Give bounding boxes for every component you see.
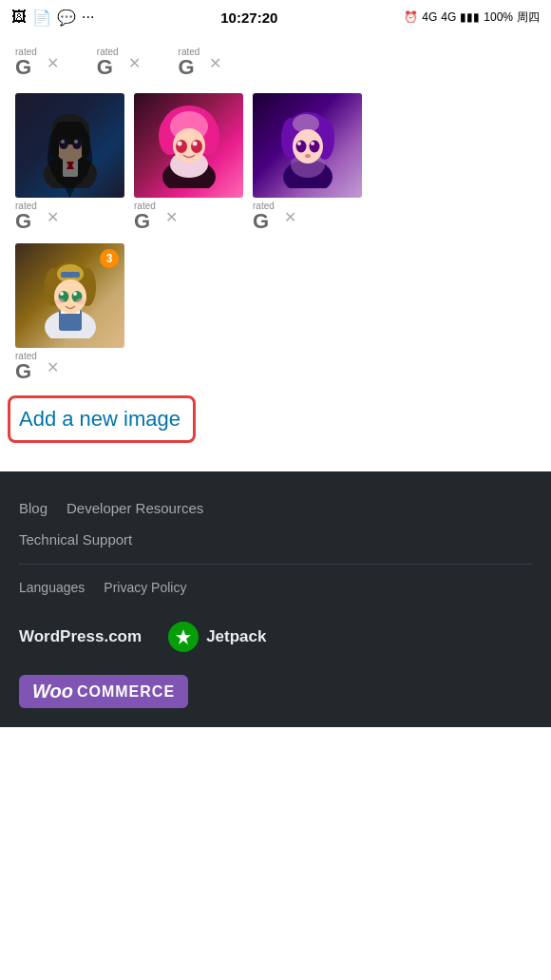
svg-marker-2 — [66, 162, 74, 169]
svg-point-19 — [191, 140, 202, 153]
footer-blog-link[interactable]: Blog — [19, 500, 48, 516]
anime-art-3 — [253, 93, 362, 198]
svg-point-18 — [176, 140, 187, 153]
rated-row-1: rated G ✕ — [15, 202, 59, 232]
image-thumb-3[interactable] — [253, 93, 362, 198]
remove-image-button[interactable]: ✕ — [47, 208, 59, 226]
anime-art-1 — [15, 93, 124, 198]
signal-4g: 4G — [422, 10, 437, 24]
svg-point-48 — [76, 298, 86, 304]
rated-row-2: rated G ✕ — [134, 202, 178, 232]
jetpack-label: Jetpack — [206, 627, 266, 646]
rating-g: G — [253, 211, 275, 232]
svg-marker-49 — [176, 629, 191, 644]
rated-row-3: rated G ✕ — [253, 202, 296, 232]
woocommerce-badge: Woo COMMERCE — [19, 675, 188, 708]
rating-g: G — [179, 57, 200, 78]
day-label: 周四 — [517, 10, 540, 26]
svg-point-29 — [295, 141, 306, 153]
rated-row-4: rated G ✕ — [15, 352, 59, 382]
svg-point-45 — [60, 292, 64, 296]
svg-point-7 — [59, 138, 68, 149]
svg-rect-1 — [63, 158, 78, 177]
rated-row-top-2: rated G ✕ — [97, 48, 141, 78]
footer-divider — [19, 564, 532, 565]
svg-point-9 — [61, 140, 65, 144]
image-grid-area: rated G ✕ rated G ✕ rated G ✕ — [0, 34, 551, 471]
system-status: ⏰ 4G 4G ▮▮▮ 100% 周四 — [404, 10, 540, 26]
svg-rect-6 — [82, 129, 89, 158]
footer: Blog Developer Resources Technical Suppo… — [0, 471, 551, 727]
woo-text: Woo — [32, 681, 73, 702]
rating-g: G — [15, 211, 37, 232]
svg-point-32 — [311, 142, 314, 145]
image-row-1: rated G ✕ — [15, 93, 536, 240]
anime-art-2 — [134, 93, 243, 198]
doc-icon: 📄 — [32, 9, 51, 27]
image-thumb-1[interactable] — [15, 93, 124, 198]
remove-image-button[interactable]: ✕ — [47, 54, 59, 72]
clock: 10:27:20 — [220, 10, 277, 26]
more-icon: ··· — [82, 9, 94, 26]
footer-languages-link[interactable]: Languages — [19, 580, 85, 595]
svg-point-10 — [74, 140, 78, 144]
remove-image-button[interactable]: ✕ — [165, 208, 178, 226]
svg-point-30 — [309, 141, 319, 153]
footer-technical-support-link[interactable]: Technical Support — [19, 531, 132, 548]
wifi-bars: ▮▮▮ — [460, 10, 480, 24]
rating-g: G — [15, 57, 37, 78]
signal-4g2: 4G — [441, 10, 456, 24]
svg-point-46 — [73, 292, 77, 296]
image-cell-4: 3 rated G ✕ — [15, 243, 124, 390]
woocommerce-brand[interactable]: Woo COMMERCE — [19, 675, 532, 708]
rating-g: G — [97, 57, 119, 78]
remove-image-button[interactable]: ✕ — [128, 54, 141, 72]
image-cell-3: rated G ✕ — [253, 93, 362, 240]
svg-point-31 — [297, 142, 301, 145]
image-cell-top-2: rated G ✕ — [97, 44, 141, 86]
image-row-2: 3 rated G ✕ — [15, 243, 536, 390]
remove-image-button[interactable]: ✕ — [47, 358, 59, 376]
jetpack-brand[interactable]: Jetpack — [168, 622, 266, 652]
chat-icon: 💬 — [57, 9, 76, 27]
rated-row-top-3: rated G ✕ — [179, 48, 222, 78]
rated-row-top-1: rated G ✕ — [15, 48, 59, 78]
image-thumb-2[interactable] — [134, 93, 243, 198]
svg-point-3 — [53, 124, 87, 162]
photo-icon: 🖼 — [11, 9, 27, 26]
add-image-highlight-border — [8, 395, 196, 443]
svg-point-4 — [51, 114, 89, 144]
rating-g: G — [15, 361, 37, 382]
svg-point-21 — [192, 142, 197, 146]
alarm-icon: ⏰ — [404, 10, 418, 24]
svg-point-0 — [44, 155, 97, 188]
remove-image-button[interactable]: ✕ — [284, 208, 296, 226]
image-thumb-4[interactable]: 3 — [15, 243, 124, 348]
jetpack-icon — [168, 622, 199, 652]
svg-point-33 — [305, 154, 311, 158]
status-bar: 🖼 📄 💬 ··· 10:27:20 ⏰ 4G 4G ▮▮▮ 100% 周四 — [0, 0, 551, 34]
footer-privacy-policy-link[interactable]: Privacy Policy — [104, 580, 186, 595]
battery: 100% — [484, 10, 513, 24]
footer-links-row: Blog Developer Resources — [19, 500, 532, 516]
image-cell-top-1: rated G ✕ — [15, 44, 59, 86]
footer-developer-resources-link[interactable]: Developer Resources — [66, 500, 203, 516]
add-image-container: Add a new image — [15, 401, 184, 437]
image-row-0-ratings: rated G ✕ rated G ✕ rated G ✕ — [15, 44, 536, 86]
remove-image-button[interactable]: ✕ — [209, 54, 221, 72]
svg-point-47 — [55, 298, 65, 304]
status-icons: 🖼 📄 💬 ··· — [11, 9, 94, 27]
image-cell-top-3: rated G ✕ — [179, 44, 222, 86]
svg-point-20 — [177, 142, 181, 146]
image-cell-1: rated G ✕ — [15, 93, 124, 240]
svg-rect-42 — [61, 272, 80, 278]
brand-row: WordPress.com Jetpack — [19, 622, 532, 652]
rating-g: G — [134, 211, 156, 232]
image-cell-2: rated G ✕ — [134, 93, 243, 240]
image-badge: 3 — [100, 249, 119, 268]
svg-rect-5 — [51, 129, 59, 158]
svg-point-8 — [72, 138, 82, 149]
wordpress-brand[interactable]: WordPress.com — [19, 627, 142, 646]
commerce-text: COMMERCE — [77, 683, 175, 701]
footer-bottom-links: Languages Privacy Policy — [19, 580, 532, 595]
